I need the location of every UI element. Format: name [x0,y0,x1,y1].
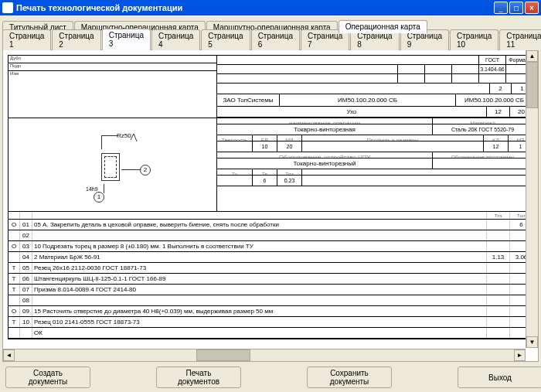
n1-cell: 12 [486,107,509,117]
sketch-area: Rz50 1 2 14h9 [9,118,217,211]
page-tab-1[interactable]: Страница 2 [52,29,100,50]
minimize-button[interactable]: _ [494,2,508,14]
window-title: Печать технологической документации [16,3,494,12]
header-sig-row: Подп [9,63,216,71]
code2-cell: ИМ50.100.20.000 СБ [455,94,532,106]
page-tab-2[interactable]: Страница 3 [102,29,151,50]
table-row: 02 [9,230,532,241]
row-d: 1.13 [486,252,509,262]
document-scroll-area: ДублПодпИзм ГОСТ 3.1404-86 Форма 3 [2,50,539,362]
table-row: О0310 Подрезать торец в размер 8 (±0.180… [9,241,532,252]
document-page: ДублПодпИзм ГОСТ 3.1404-86 Форма 3 [8,55,533,339]
row-text [32,295,486,305]
close-button[interactable]: × [525,2,539,14]
header-sig-row: Изм [9,71,216,79]
scroll-left-button[interactable]: ◄ [3,349,15,361]
row-d [486,241,509,251]
row-d [486,263,509,273]
scroll-up-button[interactable]: ▲ [526,50,538,62]
scroll-thumb-h[interactable] [196,349,250,361]
row-num: 07 [19,285,32,295]
op2-c: 0.23 [277,176,301,186]
table-row: Т10Резец 010 2141-0555 ГОСТ 18873-73 [9,317,532,328]
row-type [9,252,19,262]
table-row: О0105 А. Закрепить деталь в цеховой опра… [9,220,532,230]
op2-b: 6 [252,176,277,186]
row-type: О [9,241,19,251]
scroll-thumb-v[interactable] [526,62,538,108]
main-tab-3[interactable]: Операционная карта [339,20,427,33]
row-d [486,295,509,305]
row-num: 03 [19,241,32,251]
row-type: Т [9,263,19,273]
row-num: 02 [19,230,32,240]
table-row: 042 Материал БрЖ 56-911.133.06 [9,252,532,263]
row-d [486,317,509,327]
row-num: 10 [19,317,32,327]
part-name: Ухо [217,107,486,117]
row-num: 06 [19,274,32,284]
row-text: Резец 010 2141-0555 ГОСТ 18873-73 [32,317,486,327]
row-text: 15 Расточить отверстие до диаметра 40 H8… [32,306,486,316]
maximize-button[interactable]: □ [509,2,523,14]
header-sig-row: Дубл [9,56,216,63]
page-tab-row: Страница 1Страница 2Страница 3Страница 4… [2,35,539,50]
page-tab-10[interactable]: Страница 11 [499,29,541,50]
horizontal-scrollbar[interactable]: ◄ ► [3,349,526,361]
roughness-symbol-icon [131,134,138,141]
op1-e: 12 [483,141,508,152]
create-documents-button[interactable]: Создать документы [5,366,90,388]
row-num [19,328,32,338]
row-num: 04 [19,252,32,262]
row-type: Т [9,317,19,327]
row-text: Призма 8.014-0089.4 ГОСТ 2414-80 [32,285,486,295]
material-name: Сталь 20К ГОСТ 5520-79 [432,124,532,135]
table-row: Т07Призма 8.014-0089.4 ГОСТ 2414-80 [9,285,532,295]
page-tab-3[interactable]: Страница 4 [151,29,200,50]
operation-name-2: Токарно-винторезный [217,159,432,169]
row-num: 01 [19,220,32,230]
save-documents-button[interactable]: Сохранить документы [307,366,392,388]
op1-b: 10 [252,141,277,152]
dimension-label: 14h9 [86,186,98,192]
table-row: О0915 Расточить отверстие до диаметра 40… [9,306,532,317]
row-num: 05 [19,263,32,273]
row-d [486,274,509,284]
row-text [32,230,486,240]
app-icon [2,2,13,13]
table-row: Т06Штангенциркуль ШЦ-II-125-0.1-1 ГОСТ 1… [9,274,532,285]
page-num-1: 2 [489,84,511,94]
op1-c: 20 [277,141,301,152]
roughness-label: Rz50 [117,132,131,139]
row-d [486,220,509,230]
row-text: 2 Материал БрЖ 56-91 [32,252,486,262]
table-row: 08 [9,295,532,306]
exit-button[interactable]: Выход [458,366,541,388]
row-type [9,230,19,240]
table-row: ОК [9,328,532,339]
row-type: Т [9,274,19,284]
scroll-down-button[interactable]: ▼ [526,336,538,348]
row-d [486,230,509,240]
print-documents-button[interactable]: Печать документов [156,366,241,388]
vertical-scrollbar[interactable]: ▲ ▼ [526,50,538,348]
row-type: О [9,306,19,316]
code1-cell: ИМ50.100.20.000 СБ [279,94,455,106]
row-type [9,295,19,305]
row-type [9,328,19,338]
row-text: 10 Подрезать торец в размер 8 (±0.180) м… [32,241,486,251]
page-tab-4[interactable]: Страница 5 [201,29,250,50]
balloon-2: 2 [140,165,151,176]
row-num: 08 [19,295,32,305]
row-type: Т [9,285,19,295]
page-tab-5[interactable]: Страница 6 [251,29,300,50]
row-d [486,328,509,338]
row-num: 09 [19,306,32,316]
page-tab-0[interactable]: Страница 1 [2,29,51,50]
row-text: 05 А. Закрепить деталь в цеховой оправке… [32,220,486,230]
titlebar: Печать технологической документации _ □ … [0,0,541,15]
page-tab-9[interactable]: Страница 10 [450,29,498,50]
scroll-right-button[interactable]: ► [514,349,526,361]
operation-name-1: Токарно-винторезная [217,124,432,135]
row-d [486,285,509,295]
